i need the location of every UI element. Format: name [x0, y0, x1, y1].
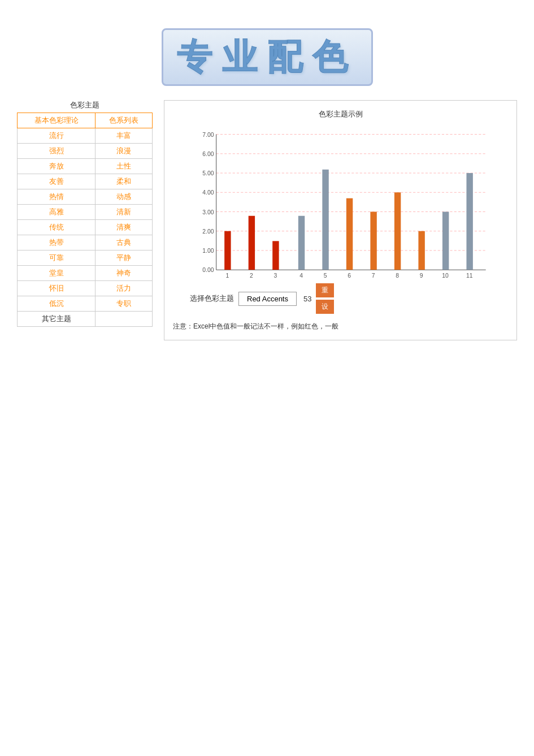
svg-text:2: 2 — [250, 273, 253, 279]
table-title: 色彩主题 — [17, 100, 153, 110]
cell-right[interactable]: 清新 — [95, 205, 153, 220]
svg-text:1: 1 — [225, 273, 229, 279]
set-button[interactable]: 设 — [316, 300, 334, 314]
table-row[interactable]: 高雅清新 — [18, 205, 153, 220]
svg-text:3: 3 — [274, 273, 277, 279]
chart-container: 7.00 6.00 5.00 4.00 3.00 2.00 1.00 0.00 — [173, 125, 508, 283]
reset-button[interactable]: 重 — [316, 283, 334, 297]
cell-right[interactable]: 清爽 — [95, 220, 153, 235]
cell-right[interactable]: 动感 — [95, 189, 153, 205]
table-row[interactable]: 热情动感 — [18, 189, 153, 205]
cell-right[interactable]: 活力 — [95, 281, 153, 296]
table-row[interactable]: 低沉专职 — [18, 296, 153, 312]
bar — [394, 192, 401, 270]
cell-right[interactable]: 平静 — [95, 250, 153, 266]
controls-label: 选择色彩主题 — [190, 293, 234, 304]
left-panel: 色彩主题 基本色彩理论 色系列表 流行丰富强烈浪漫奔放土性友善柔和热情动感高雅清… — [17, 100, 153, 327]
title-area: 专业配色 — [17, 11, 517, 86]
cell-right[interactable]: 柔和 — [95, 174, 153, 189]
bar — [442, 211, 449, 270]
cell-left[interactable]: 其它主题 — [18, 312, 95, 327]
page-container: 专业配色 色彩主题 基本色彩理论 色系列表 流行丰富强烈浪漫奔放土性友善柔和热情… — [0, 0, 534, 352]
svg-text:3.00: 3.00 — [202, 209, 214, 215]
svg-text:5.00: 5.00 — [202, 170, 214, 176]
svg-text:8: 8 — [396, 273, 399, 279]
table-row[interactable]: 流行丰富 — [18, 128, 153, 144]
svg-text:6.00: 6.00 — [202, 151, 214, 157]
cell-right[interactable]: 古典 — [95, 235, 153, 250]
cell-left[interactable]: 堂皇 — [18, 266, 95, 281]
table-row[interactable]: 热带古典 — [18, 235, 153, 250]
chart-svg: 7.00 6.00 5.00 4.00 3.00 2.00 1.00 0.00 — [173, 125, 508, 283]
table-row[interactable]: 其它主题 — [18, 312, 153, 327]
bar — [272, 241, 279, 270]
svg-text:6: 6 — [348, 273, 351, 279]
chart-title: 色彩主题示例 — [173, 109, 508, 119]
cell-right[interactable]: 土性 — [95, 159, 153, 174]
bar — [322, 170, 328, 270]
cell-left[interactable]: 强烈 — [18, 144, 95, 159]
svg-text:4.00: 4.00 — [202, 189, 214, 196]
bar — [224, 231, 231, 270]
bar — [298, 216, 305, 270]
table-row[interactable]: 传统清爽 — [18, 220, 153, 235]
cell-right[interactable]: 丰富 — [95, 128, 153, 144]
svg-text:4: 4 — [299, 273, 303, 279]
cell-left[interactable]: 奔放 — [18, 159, 95, 174]
col-header-2: 色系列表 — [95, 113, 153, 128]
col-header-1: 基本色彩理论 — [18, 113, 95, 128]
table-row[interactable]: 友善柔和 — [18, 174, 153, 189]
cell-right[interactable]: 浪漫 — [95, 144, 153, 159]
cell-left[interactable]: 传统 — [18, 220, 95, 235]
svg-text:0.00: 0.00 — [202, 267, 214, 273]
cell-left[interactable]: 热带 — [18, 235, 95, 250]
main-title: 专业配色 — [162, 28, 373, 86]
cell-left[interactable]: 怀旧 — [18, 281, 95, 296]
svg-text:5: 5 — [324, 273, 327, 279]
cell-left[interactable]: 流行 — [18, 128, 95, 144]
bar — [249, 216, 255, 270]
theme-display[interactable]: Red Accents — [238, 292, 297, 306]
table-row[interactable]: 可靠平静 — [18, 250, 153, 266]
svg-text:7: 7 — [372, 273, 375, 279]
cell-right[interactable]: 神奇 — [95, 266, 153, 281]
right-panel: 色彩主题示例 7.00 6.00 5.00 4.00 3.00 2.00 1.0… — [164, 100, 517, 340]
bar — [370, 211, 376, 270]
color-table: 基本色彩理论 色系列表 流行丰富强烈浪漫奔放土性友善柔和热情动感高雅清新传统清爽… — [17, 113, 153, 327]
cell-right[interactable]: 专职 — [95, 296, 153, 312]
table-row[interactable]: 奔放土性 — [18, 159, 153, 174]
note-text: 注意：Excel中色值和一般记法不一样，例如红色，一般 — [173, 322, 508, 331]
theme-number: 53 — [303, 295, 311, 303]
cell-right[interactable] — [95, 312, 153, 327]
svg-text:10: 10 — [442, 273, 449, 279]
svg-text:11: 11 — [466, 273, 473, 279]
right-buttons: 重 设 — [316, 283, 334, 314]
cell-left[interactable]: 高雅 — [18, 205, 95, 220]
table-row[interactable]: 强烈浪漫 — [18, 144, 153, 159]
controls-row: 选择色彩主题 Red Accents 53 重 设 — [173, 283, 508, 314]
table-row[interactable]: 堂皇神奇 — [18, 266, 153, 281]
cell-left[interactable]: 低沉 — [18, 296, 95, 312]
cell-left[interactable]: 热情 — [18, 189, 95, 205]
bar — [466, 173, 472, 270]
table-row[interactable]: 怀旧活力 — [18, 281, 153, 296]
bar — [346, 198, 353, 270]
svg-text:1.00: 1.00 — [202, 248, 214, 254]
cell-left[interactable]: 友善 — [18, 174, 95, 189]
bar — [418, 231, 424, 270]
svg-text:9: 9 — [420, 273, 423, 279]
svg-text:2.00: 2.00 — [202, 228, 214, 235]
cell-left[interactable]: 可靠 — [18, 250, 95, 266]
svg-text:7.00: 7.00 — [202, 132, 214, 138]
content-area: 色彩主题 基本色彩理论 色系列表 流行丰富强烈浪漫奔放土性友善柔和热情动感高雅清… — [17, 100, 517, 340]
